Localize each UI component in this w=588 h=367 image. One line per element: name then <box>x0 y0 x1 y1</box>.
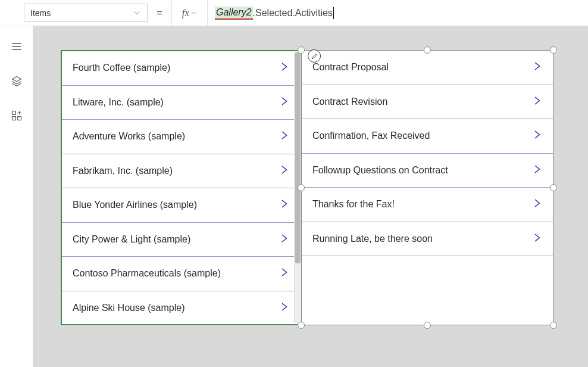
equals-sign: = <box>148 0 171 26</box>
list-item-label: City Power & Light (sample) <box>73 234 190 245</box>
chevron-right-icon[interactable] <box>531 163 542 178</box>
chevron-right-icon[interactable] <box>279 60 289 76</box>
list-item-label: Contoso Pharmaceuticals (sample) <box>73 268 221 279</box>
list-item[interactable]: Confirmation, Fax Received <box>302 119 553 154</box>
list-item-label: Fabrikam, Inc. (sample) <box>73 166 173 176</box>
list-item[interactable]: Fabrikam, Inc. (sample) <box>62 154 300 189</box>
chevron-right-icon[interactable] <box>531 60 542 75</box>
chevron-right-icon[interactable] <box>531 128 542 144</box>
formula-input[interactable]: Gallery2.Selected.Activities <box>207 0 588 26</box>
list-item-label: Litware, Inc. (sample) <box>73 97 164 108</box>
list-item-label: Contract Proposal <box>312 62 389 73</box>
chevron-right-icon[interactable] <box>279 266 289 281</box>
svg-rect-0 <box>12 111 15 115</box>
list-item-label: Blue Yonder Airlines (sample) <box>73 200 197 210</box>
formula-token-rest: .Selected.Activities <box>253 8 333 18</box>
resize-handle-w[interactable] <box>298 184 305 191</box>
formula-token-gallery2: Gallery2 <box>215 7 253 20</box>
resize-handle-ne[interactable] <box>550 46 557 54</box>
property-selector[interactable]: Items <box>24 4 148 22</box>
gallery-accounts[interactable]: Fourth Coffee (sample)Litware, Inc. (sam… <box>61 50 301 325</box>
apps-icon <box>11 110 23 122</box>
list-item[interactable]: City Power & Light (sample) <box>62 223 300 257</box>
list-item-label: Contract Revision <box>312 97 387 107</box>
menu-icon <box>11 41 23 52</box>
design-canvas[interactable]: Fourth Coffee (sample)Litware, Inc. (sam… <box>33 26 588 367</box>
edit-template-button[interactable] <box>308 49 321 63</box>
list-item[interactable]: Adventure Works (sample) <box>62 120 300 154</box>
list-item-label: Confirmation, Fax Received <box>312 130 430 141</box>
layers-icon <box>11 75 23 87</box>
chevron-right-icon[interactable] <box>279 300 289 316</box>
insert-button[interactable] <box>10 108 24 123</box>
resize-handle-nw[interactable] <box>298 46 305 54</box>
chevron-right-icon[interactable] <box>531 197 542 212</box>
list-item[interactable]: Thanks for the Fax! <box>302 188 553 222</box>
chevron-right-icon[interactable] <box>279 232 289 247</box>
list-item[interactable]: Litware, Inc. (sample) <box>62 86 300 120</box>
list-item[interactable]: Blue Yonder Airlines (sample) <box>62 188 300 223</box>
tree-view-button[interactable] <box>10 74 24 88</box>
svg-rect-2 <box>12 117 15 120</box>
list-item[interactable]: Fourth Coffee (sample) <box>62 51 300 86</box>
left-icon-rail <box>0 26 33 367</box>
resize-handle-n[interactable] <box>424 46 431 54</box>
chevron-right-icon[interactable] <box>279 197 289 213</box>
list-item-label: Fourth Coffee (sample) <box>73 63 170 73</box>
gallery-activities[interactable]: Contract ProposalContract RevisionConfir… <box>301 50 553 325</box>
list-item-label: Running Late, be there soon <box>312 234 433 244</box>
list-item-label: Thanks for the Fax! <box>312 199 395 210</box>
chevron-down-icon <box>190 10 197 16</box>
hamburger-button[interactable] <box>10 39 24 54</box>
chevron-down-icon <box>133 9 141 17</box>
chevron-right-icon[interactable] <box>279 163 289 179</box>
list-item[interactable]: Followup Questions on Contract <box>302 154 553 188</box>
fx-label: fx <box>182 7 189 19</box>
list-item[interactable]: Running Late, be there soon <box>302 222 553 257</box>
chevron-right-icon[interactable] <box>531 94 542 110</box>
list-item[interactable]: Contoso Pharmaceuticals (sample) <box>62 257 300 291</box>
list-item-label: Followup Questions on Contract <box>312 165 448 176</box>
list-item[interactable]: Alpine Ski House (sample) <box>62 291 300 326</box>
resize-handle-e[interactable] <box>550 184 557 191</box>
resize-handle-sw[interactable] <box>298 322 305 329</box>
list-item-label: Alpine Ski House (sample) <box>73 303 185 313</box>
resize-handle-s[interactable] <box>424 322 431 329</box>
fx-button[interactable]: fx <box>171 0 207 26</box>
list-item[interactable]: Contract Proposal <box>302 51 553 85</box>
chevron-right-icon[interactable] <box>279 129 289 144</box>
list-item[interactable]: Contract Revision <box>302 85 553 120</box>
property-selector-label: Items <box>30 8 51 18</box>
list-item-label: Adventure Works (sample) <box>73 131 185 142</box>
formula-bar: Items = fx Gallery2.Selected.Activities <box>0 0 588 26</box>
chevron-right-icon[interactable] <box>279 95 289 110</box>
chevron-right-icon[interactable] <box>531 231 542 247</box>
text-caret <box>333 7 334 19</box>
pencil-icon <box>311 52 318 60</box>
resize-handle-se[interactable] <box>550 322 557 329</box>
svg-rect-1 <box>17 117 21 120</box>
scrollbar-thumb[interactable] <box>295 52 301 263</box>
